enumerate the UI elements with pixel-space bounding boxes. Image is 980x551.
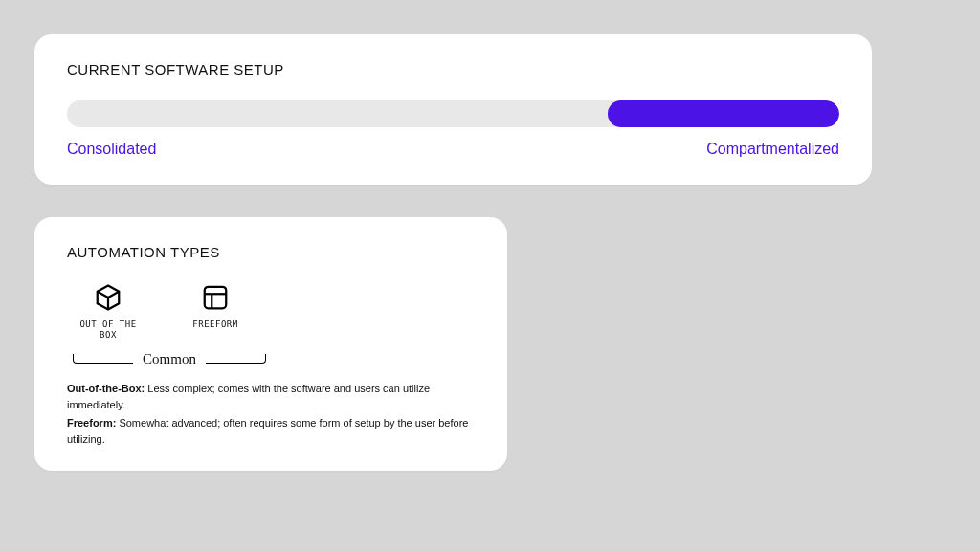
slider-label-right: Compartmentalized [706,141,839,158]
automation-type-row: OUT OF THE BOX FREEFORM [73,283,475,342]
svg-rect-0 [205,287,227,309]
automation-descriptions: Out-of-the-Box: Less complex; comes with… [67,381,475,448]
desc-term: Out-of-the-Box: [67,383,145,394]
desc-term: Freeform: [67,417,116,429]
automation-title: AUTOMATION TYPES [67,244,475,260]
desc-text: Somewhat advanced; often requires some f… [67,417,468,445]
automation-types-card: AUTOMATION TYPES OUT OF THE BOX FREEFORM… [34,217,507,471]
type-out-of-the-box: OUT OF THE BOX [73,283,144,342]
bracket-right [206,354,266,364]
setup-slider-labels: Consolidated Compartmentalized [67,141,839,158]
type-label: FREEFORM [192,320,237,330]
layout-icon [201,283,230,312]
type-freeform: FREEFORM [180,283,251,342]
slider-label-left: Consolidated [67,141,156,158]
type-label: OUT OF THE BOX [73,320,144,342]
common-group-label: Common [133,351,206,367]
setup-slider[interactable] [67,100,839,127]
software-setup-card: CURRENT SOFTWARE SETUP Consolidated Comp… [34,34,872,185]
setup-slider-fill [608,100,839,127]
cube-icon [94,283,122,312]
common-group-bracket: Common [73,351,266,367]
software-setup-title: CURRENT SOFTWARE SETUP [67,61,839,77]
description-row: Out-of-the-Box: Less complex; comes with… [67,381,475,413]
description-row: Freeform: Somewhat advanced; often requi… [67,415,475,448]
bracket-left [73,354,133,364]
